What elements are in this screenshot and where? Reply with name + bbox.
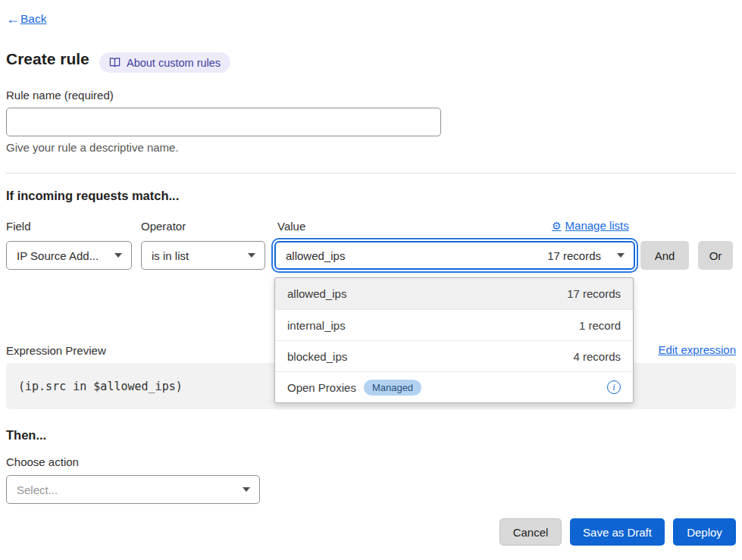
expression-preview-label: Expression Preview [6,344,106,357]
list-item-name: Open Proxies [287,381,356,394]
match-section-heading: If incoming requests match... [6,189,179,203]
list-item-open-proxies[interactable]: Open Proxies Managed i [275,371,633,402]
managed-badge: Managed [364,380,421,396]
operator-label: Operator [141,220,186,233]
chevron-down-icon [617,253,625,258]
about-custom-rules-label: About custom rules [127,57,221,69]
action-select-placeholder: Select... [17,483,58,496]
back-arrow-icon: ← [6,12,20,26]
chevron-down-icon [248,253,255,258]
section-divider [6,173,736,174]
list-item-blocked-ips[interactable]: blocked_ips 4 records [275,340,633,371]
list-item-meta: 1 record [579,319,621,332]
list-item-internal-ips[interactable]: internal_ips 1 record [275,309,633,340]
back-link[interactable]: ← Back [6,12,46,26]
chevron-down-icon [243,487,250,492]
and-button[interactable]: And [640,241,689,270]
info-icon[interactable]: i [607,380,621,394]
value-combobox[interactable]: allowed_ips 17 records [274,241,635,270]
list-item-allowed-ips[interactable]: allowed_ips 17 records [275,278,633,309]
manage-lists-label: Manage lists [565,219,629,232]
or-button[interactable]: Or [698,241,733,270]
manage-lists-link[interactable]: ⚙ Manage lists [552,219,629,232]
gear-icon: ⚙ [552,220,562,232]
book-icon [109,57,121,68]
save-as-draft-button[interactable]: Save as Draft [570,518,665,546]
operator-select[interactable]: is in list [141,241,265,270]
edit-expression-link[interactable]: Edit expression [658,343,736,356]
list-item-meta: 4 records [573,350,621,363]
rule-name-input[interactable] [6,108,441,136]
back-label: Back [20,12,46,26]
value-label: Value [277,220,305,233]
list-item-name: allowed_ips [287,287,346,300]
then-section-heading: Then... [6,428,46,443]
rule-name-label: Rule name (required) [6,89,114,102]
about-custom-rules-badge[interactable]: About custom rules [99,52,230,73]
action-select[interactable]: Select... [6,475,260,504]
choose-action-label: Choose action [6,455,79,468]
field-select[interactable]: IP Source Add... [6,241,132,270]
chevron-down-icon [114,253,122,258]
rule-name-helper: Give your rule a descriptive name. [6,141,179,154]
expression-code: (ip.src in $allowed_ips) [18,380,183,393]
deploy-button[interactable]: Deploy [673,518,736,546]
list-item-name: blocked_ips [287,350,347,363]
operator-select-value: is in list [152,249,189,262]
value-combobox-value: allowed_ips [286,249,345,262]
page-title: Create rule [6,50,89,68]
list-item-name: internal_ips [287,319,346,332]
field-select-value: IP Source Add... [17,249,99,262]
value-records-count: 17 records [547,249,601,262]
list-dropdown: allowed_ips 17 records internal_ips 1 re… [274,277,634,403]
field-label: Field [6,220,31,233]
cancel-button[interactable]: Cancel [499,518,562,546]
list-item-meta: 17 records [567,287,621,300]
